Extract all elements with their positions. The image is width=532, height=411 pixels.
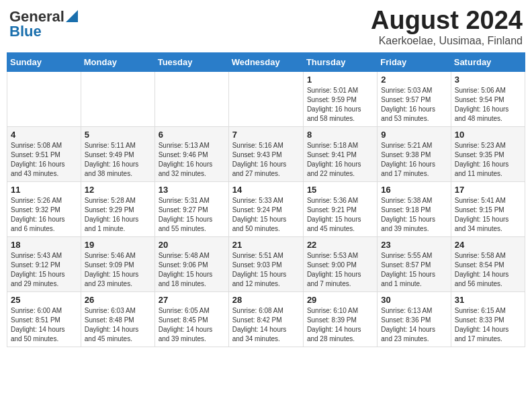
- day-info: Sunrise: 6:08 AM Sunset: 8:42 PM Dayligh…: [232, 306, 300, 344]
- day-number: 8: [307, 130, 373, 140]
- day-number: 10: [455, 130, 521, 140]
- day-info: Sunrise: 6:15 AM Sunset: 8:33 PM Dayligh…: [455, 306, 521, 344]
- day-number: 7: [232, 130, 300, 140]
- logo-general: General: [9, 9, 64, 24]
- calendar-cell: 27Sunrise: 6:05 AM Sunset: 8:45 PM Dayli…: [154, 291, 228, 347]
- calendar-cell: 11Sunrise: 5:26 AM Sunset: 9:32 PM Dayli…: [7, 181, 81, 236]
- day-info: Sunrise: 5:18 AM Sunset: 9:41 PM Dayligh…: [307, 141, 373, 179]
- calendar-cell: 30Sunrise: 6:13 AM Sunset: 8:36 PM Dayli…: [378, 291, 451, 347]
- day-number: 9: [381, 130, 447, 140]
- day-info: Sunrise: 5:06 AM Sunset: 9:54 PM Dayligh…: [455, 86, 521, 124]
- day-number: 3: [455, 75, 521, 85]
- day-info: Sunrise: 5:26 AM Sunset: 9:32 PM Dayligh…: [11, 196, 77, 234]
- header-saturday: Saturday: [451, 52, 525, 71]
- day-number: 11: [11, 185, 77, 195]
- calendar-cell: 2Sunrise: 5:03 AM Sunset: 9:57 PM Daylig…: [378, 71, 451, 126]
- day-number: 28: [232, 295, 300, 305]
- calendar-cell: 31Sunrise: 6:15 AM Sunset: 8:33 PM Dayli…: [451, 291, 525, 347]
- day-info: Sunrise: 5:31 AM Sunset: 9:27 PM Dayligh…: [159, 196, 225, 234]
- day-info: Sunrise: 5:03 AM Sunset: 9:57 PM Dayligh…: [381, 86, 447, 124]
- day-info: Sunrise: 5:51 AM Sunset: 9:03 PM Dayligh…: [232, 251, 300, 289]
- calendar-cell: 17Sunrise: 5:41 AM Sunset: 9:15 PM Dayli…: [451, 181, 525, 236]
- day-info: Sunrise: 5:28 AM Sunset: 9:29 PM Dayligh…: [85, 196, 151, 234]
- header-wednesday: Wednesday: [228, 52, 303, 71]
- day-info: Sunrise: 5:33 AM Sunset: 9:24 PM Dayligh…: [232, 196, 300, 234]
- calendar-header-row: SundayMondayTuesdayWednesdayThursdayFrid…: [7, 52, 525, 71]
- calendar-cell: 26Sunrise: 6:03 AM Sunset: 8:48 PM Dayli…: [81, 291, 154, 347]
- header-thursday: Thursday: [303, 52, 377, 71]
- calendar-cell: 20Sunrise: 5:48 AM Sunset: 9:06 PM Dayli…: [154, 236, 228, 291]
- day-info: Sunrise: 5:01 AM Sunset: 9:59 PM Dayligh…: [307, 86, 373, 124]
- day-number: 30: [381, 295, 447, 305]
- day-info: Sunrise: 5:36 AM Sunset: 9:21 PM Dayligh…: [307, 196, 373, 234]
- calendar-cell: 21Sunrise: 5:51 AM Sunset: 9:03 PM Dayli…: [228, 236, 303, 291]
- day-number: 18: [11, 240, 77, 250]
- calendar-cell: 19Sunrise: 5:46 AM Sunset: 9:09 PM Dayli…: [81, 236, 154, 291]
- day-info: Sunrise: 5:58 AM Sunset: 8:54 PM Dayligh…: [455, 251, 521, 289]
- header-monday: Monday: [81, 52, 154, 71]
- day-number: 20: [159, 240, 225, 250]
- calendar-cell: 7Sunrise: 5:16 AM Sunset: 9:43 PM Daylig…: [228, 126, 303, 181]
- day-number: 26: [85, 295, 151, 305]
- day-number: 5: [85, 130, 151, 140]
- day-info: Sunrise: 5:08 AM Sunset: 9:51 PM Dayligh…: [11, 141, 77, 179]
- location-subtitle: Kaerkoelae, Uusimaa, Finland: [371, 35, 523, 47]
- day-info: Sunrise: 5:16 AM Sunset: 9:43 PM Dayligh…: [232, 141, 300, 179]
- day-number: 31: [455, 295, 521, 305]
- week-row-2: 11Sunrise: 5:26 AM Sunset: 9:32 PM Dayli…: [7, 181, 525, 236]
- week-row-1: 4Sunrise: 5:08 AM Sunset: 9:51 PM Daylig…: [7, 126, 525, 181]
- calendar-cell: [7, 71, 81, 126]
- day-number: 14: [232, 185, 300, 195]
- day-info: Sunrise: 5:53 AM Sunset: 9:00 PM Dayligh…: [307, 251, 373, 289]
- calendar-cell: 13Sunrise: 5:31 AM Sunset: 9:27 PM Dayli…: [154, 181, 228, 236]
- calendar-cell: 5Sunrise: 5:11 AM Sunset: 9:49 PM Daylig…: [81, 126, 154, 181]
- calendar-cell: 15Sunrise: 5:36 AM Sunset: 9:21 PM Dayli…: [303, 181, 377, 236]
- day-number: 24: [455, 240, 521, 250]
- calendar-cell: [228, 71, 303, 126]
- week-row-4: 25Sunrise: 6:00 AM Sunset: 8:51 PM Dayli…: [7, 291, 525, 347]
- calendar-table: SundayMondayTuesdayWednesdayThursdayFrid…: [7, 52, 525, 347]
- logo-blue: Blue: [9, 24, 42, 39]
- day-info: Sunrise: 5:48 AM Sunset: 9:06 PM Dayligh…: [159, 251, 225, 289]
- day-number: 22: [307, 240, 373, 250]
- day-info: Sunrise: 5:11 AM Sunset: 9:49 PM Dayligh…: [85, 141, 151, 179]
- day-info: Sunrise: 6:05 AM Sunset: 8:45 PM Dayligh…: [159, 306, 225, 344]
- calendar-cell: 3Sunrise: 5:06 AM Sunset: 9:54 PM Daylig…: [451, 71, 525, 126]
- day-info: Sunrise: 6:13 AM Sunset: 8:36 PM Dayligh…: [381, 306, 447, 344]
- month-year-title: August 2024: [371, 7, 523, 35]
- logo: General Blue: [9, 9, 78, 39]
- day-number: 21: [232, 240, 300, 250]
- calendar-cell: 22Sunrise: 5:53 AM Sunset: 9:00 PM Dayli…: [303, 236, 377, 291]
- day-info: Sunrise: 5:23 AM Sunset: 9:35 PM Dayligh…: [455, 141, 521, 179]
- calendar-cell: 8Sunrise: 5:18 AM Sunset: 9:41 PM Daylig…: [303, 126, 377, 181]
- calendar-cell: 16Sunrise: 5:38 AM Sunset: 9:18 PM Dayli…: [378, 181, 451, 236]
- calendar-cell: 28Sunrise: 6:08 AM Sunset: 8:42 PM Dayli…: [228, 291, 303, 347]
- day-info: Sunrise: 5:41 AM Sunset: 9:15 PM Dayligh…: [455, 196, 521, 234]
- calendar-cell: 1Sunrise: 5:01 AM Sunset: 9:59 PM Daylig…: [303, 71, 377, 126]
- calendar-cell: 6Sunrise: 5:13 AM Sunset: 9:46 PM Daylig…: [154, 126, 228, 181]
- day-number: 27: [159, 295, 225, 305]
- calendar-cell: 18Sunrise: 5:43 AM Sunset: 9:12 PM Dayli…: [7, 236, 81, 291]
- title-block: August 2024 Kaerkoelae, Uusimaa, Finland: [371, 7, 523, 47]
- calendar-cell: 12Sunrise: 5:28 AM Sunset: 9:29 PM Dayli…: [81, 181, 154, 236]
- header-friday: Friday: [378, 52, 451, 71]
- day-number: 16: [381, 185, 447, 195]
- svg-marker-0: [66, 10, 78, 22]
- calendar-cell: 25Sunrise: 6:00 AM Sunset: 8:51 PM Dayli…: [7, 291, 81, 347]
- day-info: Sunrise: 5:38 AM Sunset: 9:18 PM Dayligh…: [381, 196, 447, 234]
- calendar-cell: 23Sunrise: 5:55 AM Sunset: 8:57 PM Dayli…: [378, 236, 451, 291]
- day-info: Sunrise: 5:21 AM Sunset: 9:38 PM Dayligh…: [381, 141, 447, 179]
- day-number: 25: [11, 295, 77, 305]
- calendar-cell: 10Sunrise: 5:23 AM Sunset: 9:35 PM Dayli…: [451, 126, 525, 181]
- day-info: Sunrise: 6:10 AM Sunset: 8:39 PM Dayligh…: [307, 306, 373, 344]
- day-number: 6: [159, 130, 225, 140]
- calendar-cell: [81, 71, 154, 126]
- day-number: 15: [307, 185, 373, 195]
- day-info: Sunrise: 6:03 AM Sunset: 8:48 PM Dayligh…: [85, 306, 151, 344]
- calendar-cell: 24Sunrise: 5:58 AM Sunset: 8:54 PM Dayli…: [451, 236, 525, 291]
- calendar-cell: 14Sunrise: 5:33 AM Sunset: 9:24 PM Dayli…: [228, 181, 303, 236]
- calendar-cell: [154, 71, 228, 126]
- day-number: 17: [455, 185, 521, 195]
- day-number: 29: [307, 295, 373, 305]
- page-header: General Blue August 2024 Kaerkoelae, Uus…: [7, 7, 525, 47]
